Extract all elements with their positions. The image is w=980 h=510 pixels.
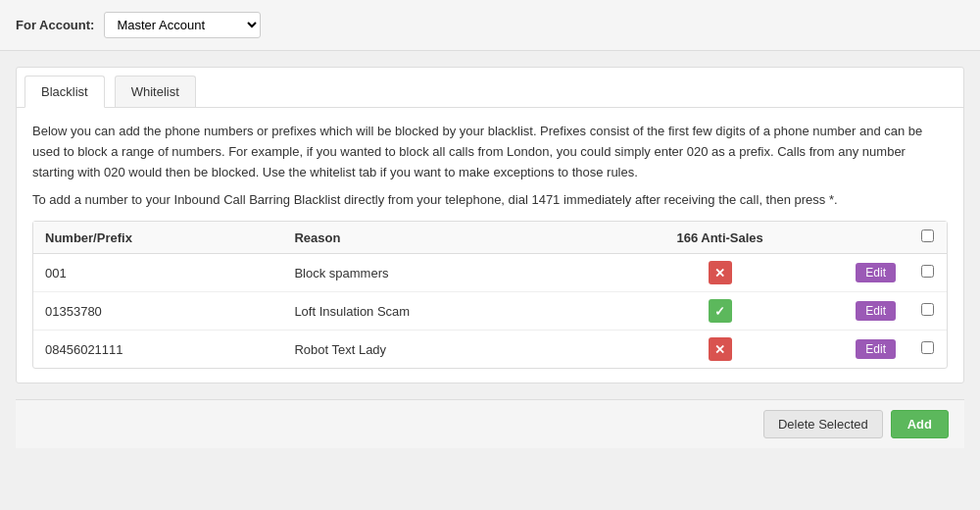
description-line1: Below you can add the phone numbers or p… (32, 122, 948, 182)
tab-whitelist[interactable]: Whitelist (115, 76, 196, 107)
blacklist-table-container: Number/Prefix Reason 166 Anti-Sales 001B… (32, 221, 948, 369)
tab-content-blacklist: Below you can add the phone numbers or p… (17, 108, 963, 382)
description-line2: To add a number to your Inbound Call Bar… (32, 190, 948, 211)
delete-selected-button[interactable]: Delete Selected (763, 410, 883, 438)
header-anti-sales: 166 Anti-Sales (596, 222, 844, 254)
cell-number: 001 (33, 254, 282, 292)
for-account-label: For Account: (16, 18, 94, 32)
top-bar: For Account: Master Account Sub Account … (0, 0, 980, 51)
cell-reason: Robot Text Lady (282, 331, 596, 369)
cell-reason: Loft Insulation Scam (282, 292, 596, 331)
cell-edit: Edit (844, 292, 907, 331)
main-content: Blacklist Whitelist Below you can add th… (16, 67, 964, 383)
edit-button[interactable]: Edit (856, 301, 896, 321)
cell-checkbox (907, 292, 947, 331)
table-row: 08456021111Robot Text Lady✕Edit (33, 331, 947, 369)
cell-edit: Edit (844, 331, 907, 369)
edit-button[interactable]: Edit (856, 263, 896, 282)
cell-anti-sales: ✓ (596, 292, 844, 331)
row-checkbox[interactable] (921, 303, 934, 316)
description-block: Below you can add the phone numbers or p… (32, 122, 948, 211)
add-button[interactable]: Add (891, 410, 949, 438)
row-checkbox[interactable] (921, 341, 934, 354)
footer-bar: Delete Selected Add (16, 399, 964, 448)
header-checkbox (907, 222, 947, 254)
header-checkbox-input[interactable] (921, 230, 934, 242)
cell-checkbox (907, 254, 947, 292)
row-checkbox[interactable] (921, 265, 934, 278)
table-row: 001Block spammers✕Edit (33, 254, 947, 292)
header-number-prefix: Number/Prefix (33, 222, 282, 254)
table-row: 01353780Loft Insulation Scam✓Edit (33, 292, 947, 331)
header-reason: Reason (282, 222, 596, 254)
blacklist-table: Number/Prefix Reason 166 Anti-Sales 001B… (33, 222, 947, 368)
cell-checkbox (907, 331, 947, 369)
cell-anti-sales: ✕ (596, 331, 844, 369)
cell-edit: Edit (844, 254, 907, 292)
cell-number: 08456021111 (33, 331, 282, 369)
account-select[interactable]: Master Account Sub Account 1 Sub Account… (104, 12, 261, 38)
edit-button[interactable]: Edit (856, 339, 896, 359)
cell-reason: Block spammers (282, 254, 596, 292)
check-icon: ✓ (709, 299, 732, 323)
x-icon: ✕ (709, 337, 732, 361)
tab-blacklist[interactable]: Blacklist (24, 76, 105, 108)
header-edit-space (844, 222, 907, 254)
tabs-container: Blacklist Whitelist (17, 68, 963, 108)
table-header-row: Number/Prefix Reason 166 Anti-Sales (33, 222, 947, 254)
cell-number: 01353780 (33, 292, 282, 331)
cell-anti-sales: ✕ (596, 254, 844, 292)
x-icon: ✕ (709, 261, 732, 284)
